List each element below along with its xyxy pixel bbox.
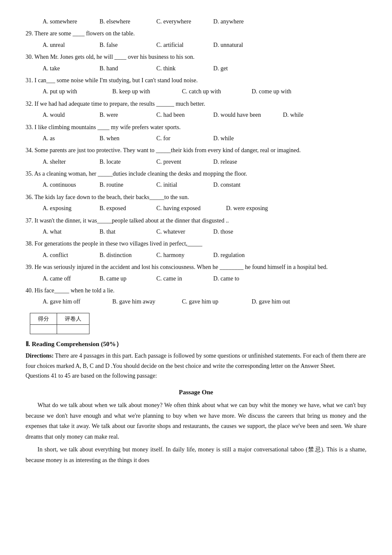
- q40-option-a: A. gave him off: [43, 297, 111, 306]
- passage-p2: In short, we talk about everything but m…: [26, 445, 366, 465]
- q37-option-c: C. whatever: [156, 227, 212, 237]
- q29-option-c: C. artificial: [156, 40, 212, 50]
- q29-option-b: B. false: [100, 40, 155, 50]
- q28-option-c: C. everywhere: [156, 17, 212, 26]
- q34-option-a: A. shelter: [43, 157, 98, 167]
- directions-text: There are 4 passages in this part. Each …: [26, 353, 366, 369]
- q37-option-d: D. those: [213, 227, 269, 237]
- q40-text: 40. His face_____ when he told a lie.: [26, 286, 366, 295]
- q36-option-c: C. having exposed: [156, 204, 225, 213]
- passage-p1: What do we talk about when we talk about…: [26, 400, 366, 442]
- q31-option-d: D. come up with: [252, 87, 320, 96]
- grader-label: 评卷人: [57, 313, 89, 324]
- q39-option-b: B. came up: [100, 274, 155, 283]
- q32-options: A. would B. were C. had been D. would ha…: [43, 110, 366, 120]
- q29-text: 29. There are some ____ flowers on the t…: [26, 29, 366, 38]
- q35-option-b: B. routine: [100, 180, 155, 190]
- q32-option-b: B. were: [100, 110, 155, 120]
- q29-option-a: A. unreal: [43, 40, 98, 50]
- section2-header: Ⅱ. Reading Comprehension (50%）: [26, 340, 366, 348]
- q30-option-a: A. take: [43, 64, 98, 73]
- q38-text: 38. For generations the people in these …: [26, 239, 366, 249]
- q31-text: 31. I can___ some noise while I'm studyi…: [26, 76, 366, 85]
- q38-option-c: C. harmony: [156, 251, 212, 260]
- q33-text: 33. I like climbing mountains ____ my wi…: [26, 123, 366, 132]
- q40-option-d: D. gave him out: [252, 297, 320, 306]
- q36-options: A. exposing B. exposed C. having exposed…: [43, 204, 366, 213]
- section2-directions: Directions: There are 4 passages in this…: [26, 351, 366, 381]
- q30-options: A. take B. hand C. think D. get: [43, 64, 366, 73]
- q30-option-d: D. get: [213, 64, 269, 73]
- q37-options: A. what B. that C. whatever D. those: [43, 227, 366, 237]
- q39-option-c: C. came in: [156, 274, 212, 283]
- q37-option-a: A. what: [43, 227, 98, 237]
- q35-text: 35. As a cleaning woman, her _____duties…: [26, 169, 366, 179]
- q31-options: A. put up with B. keep up with C. catch …: [43, 87, 366, 96]
- q29-options: A. unreal B. false C. artificial D. unna…: [43, 40, 366, 50]
- q31-option-a: A. put up with: [43, 87, 111, 96]
- q33-option-a: A. as: [43, 134, 98, 143]
- q32-option-d2: D. while: [283, 110, 338, 120]
- q30-text: 30. When Mr. Jones gets old, he will ___…: [26, 52, 366, 62]
- q36-option-b: B. exposed: [100, 204, 155, 213]
- q30-option-c: C. think: [156, 64, 212, 73]
- q32-option-c: C. had been: [156, 110, 212, 120]
- q38-option-a: A. conflict: [43, 251, 98, 260]
- q32-option-a: A. would: [43, 110, 98, 120]
- q31-option-c: C. catch up with: [182, 87, 250, 96]
- q28-option-d: D. anywhere: [213, 17, 269, 26]
- q36-option-a: A. exposing: [43, 204, 98, 213]
- q39-option-a: A. came off: [43, 274, 98, 283]
- questions-note: Questions 41 to 45 are based on the foll…: [26, 373, 157, 379]
- q29-option-d: D. unnatural: [213, 40, 269, 50]
- q35-option-a: A. continuous: [43, 180, 98, 190]
- q40-option-b: B. gave him away: [112, 297, 181, 306]
- score-value: [30, 324, 57, 334]
- q33-options: A. as B. when C. for D. while: [43, 134, 366, 143]
- q38-option-d: D. regulation: [213, 251, 269, 260]
- q28-option-a: A. somewhere: [43, 17, 98, 26]
- q34-option-d: D. release: [213, 157, 269, 167]
- q40-option-c: C. gave him up: [182, 297, 250, 306]
- q36-option-d: D. were exposing: [226, 204, 294, 213]
- q34-option-c: C. prevent: [156, 157, 212, 167]
- q38-options: A. conflict B. distinction C. harmony D.…: [43, 251, 366, 260]
- q30-option-b: B. hand: [100, 64, 155, 73]
- q28-options: A. somewhere B. elsewhere C. everywhere …: [43, 17, 366, 26]
- q35-option-d: D. constant: [213, 180, 269, 190]
- q33-option-c: C. for: [156, 134, 212, 143]
- grader-value: [57, 324, 89, 334]
- q28-option-b: B. elsewhere: [100, 17, 155, 26]
- score-table: 得分 评卷人: [30, 313, 89, 334]
- passage-title: Passage One: [26, 389, 366, 396]
- q35-option-c: C. initial: [156, 180, 212, 190]
- q33-option-d: D. while: [213, 134, 269, 143]
- q33-option-b: B. when: [100, 134, 155, 143]
- q31-option-b: B. keep up with: [112, 87, 181, 96]
- q38-option-b: B. distinction: [100, 251, 155, 260]
- q34-text: 34. Some parents are just too protective…: [26, 146, 366, 155]
- q39-options: A. came off B. came up C. came in D. cam…: [43, 274, 366, 283]
- q39-option-d: D. came to: [213, 274, 269, 283]
- q32-option-d1: D. would have been: [213, 110, 282, 120]
- q36-text: 36. The kids lay face down to the beach,…: [26, 193, 366, 202]
- q34-options: A. shelter B. locate C. prevent D. relea…: [43, 157, 366, 167]
- q39-text: 39. He was seriously injured in the acci…: [26, 263, 366, 272]
- q32-text: 32. If we had had adequate time to prepa…: [26, 99, 366, 109]
- q37-option-b: B. that: [100, 227, 155, 237]
- q37-text: 37. It wasn't the dinner, it was_____peo…: [26, 216, 366, 225]
- q34-option-b: B. locate: [100, 157, 155, 167]
- q40-options: A. gave him off B. gave him away C. gave…: [43, 297, 366, 306]
- directions-label: Directions:: [26, 353, 54, 359]
- q35-options: A. continuous B. routine C. initial D. c…: [43, 180, 366, 190]
- score-label: 得分: [30, 313, 57, 324]
